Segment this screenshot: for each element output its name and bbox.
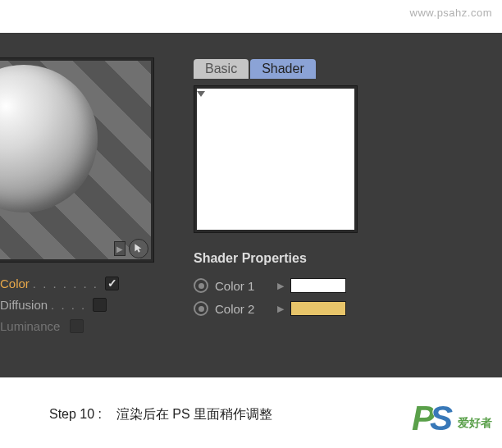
- logo-suffix: 爱好者: [458, 416, 492, 431]
- material-preview-panel: ite ▶: [0, 57, 154, 263]
- color1-swatch[interactable]: [290, 278, 346, 293]
- cursor-picker-button[interactable]: [129, 239, 148, 258]
- shader-preview-box[interactable]: [194, 85, 358, 233]
- shader-panel: Basic Shader Shader Properties Color 1 ▶…: [179, 59, 491, 320]
- watermark-url: www.psahz.com: [410, 7, 492, 19]
- dots: . . . . . . .: [33, 277, 98, 290]
- dropdown-triangle-icon: [197, 91, 205, 97]
- channel-diffusion[interactable]: Diffusion . . . .: [0, 294, 131, 315]
- shader-properties: Shader Properties Color 1 ▶ Color 2 ▶: [194, 251, 491, 320]
- color2-swatch[interactable]: [290, 301, 346, 316]
- color2-radio[interactable]: [194, 301, 208, 316]
- step-caption: Step 10 : 渲染后在 PS 里面稍作调整: [49, 406, 272, 423]
- shader-tabs: Basic Shader: [194, 59, 491, 79]
- channel-checkbox-luminance[interactable]: [70, 319, 84, 333]
- preview-controls: ▶: [114, 239, 148, 258]
- preview-nav-button[interactable]: ▶: [114, 241, 126, 256]
- step-number: Step 10 :: [49, 407, 102, 421]
- channel-label: Luminance: [0, 319, 60, 333]
- site-logo: P S 爱好者: [412, 399, 492, 438]
- step-description: 渲染后在 PS 里面稍作调整: [116, 407, 272, 421]
- tab-shader[interactable]: Shader: [250, 59, 316, 79]
- dots: . . . .: [51, 298, 86, 312]
- channel-checkbox-diffusion[interactable]: [93, 298, 107, 312]
- color2-row: Color 2 ▶: [194, 297, 491, 320]
- channel-label: Color: [0, 277, 30, 290]
- channel-label: Diffusion: [0, 298, 48, 312]
- shader-swatch: [197, 89, 354, 230]
- expand-arrow-icon[interactable]: ▶: [277, 281, 284, 291]
- channel-checkbox-color[interactable]: [105, 277, 119, 290]
- tab-basic[interactable]: Basic: [194, 59, 249, 79]
- channel-color[interactable]: Color . . . . . . .: [0, 272, 131, 294]
- material-preview: [0, 61, 151, 259]
- color1-label: Color 1: [215, 279, 271, 293]
- channel-luminance[interactable]: Luminance: [0, 315, 131, 336]
- color2-label: Color 2: [215, 302, 271, 316]
- color1-radio[interactable]: [194, 278, 208, 293]
- shader-properties-title: Shader Properties: [194, 251, 491, 266]
- material-channels: Color . . . . . . . Diffusion . . . . Lu…: [0, 272, 131, 336]
- logo-letter-s: S: [430, 399, 453, 438]
- expand-arrow-icon[interactable]: ▶: [277, 304, 284, 314]
- cinema4d-panel: ite ▶ Color . . . . . . . Diffusion . . …: [0, 33, 502, 377]
- cursor-icon: [133, 243, 144, 254]
- color1-row: Color 1 ▶: [194, 274, 491, 297]
